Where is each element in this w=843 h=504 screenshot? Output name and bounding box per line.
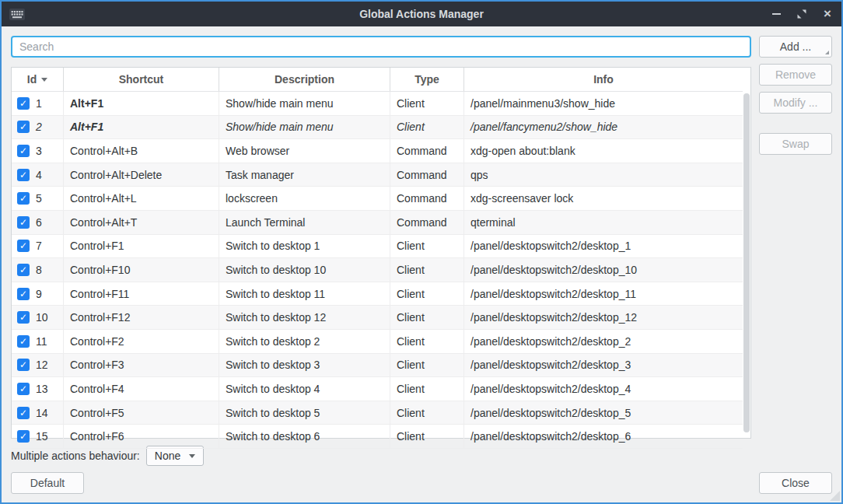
cell-description: Switch to desktop 3 <box>219 354 390 377</box>
row-id: 5 <box>36 192 42 205</box>
table-row[interactable]: ✓4Control+Alt+DeleteTask managerCommandq… <box>12 163 743 187</box>
row-checkbox[interactable]: ✓ <box>17 311 30 324</box>
table-row[interactable]: ✓8Control+F10Switch to desktop 10Client/… <box>12 258 743 282</box>
row-checkbox[interactable]: ✓ <box>17 240 30 252</box>
column-header-shortcut[interactable]: Shortcut <box>64 68 219 91</box>
global-actions-manager-window: { "window": { "title": "Global Actions M… <box>0 0 843 504</box>
close-button[interactable]: Close <box>759 472 832 494</box>
remove-button[interactable]: Remove <box>759 64 832 86</box>
row-checkbox[interactable]: ✓ <box>17 97 30 110</box>
column-header-id[interactable]: Id <box>12 68 64 91</box>
cell-type: Client <box>390 377 464 401</box>
cell-type: Client <box>390 401 464 425</box>
row-id: 11 <box>36 335 47 348</box>
row-checkbox[interactable]: ✓ <box>17 383 30 395</box>
maximize-button[interactable] <box>796 8 808 20</box>
cell-shortcut: Control+Alt+Delete <box>64 163 219 187</box>
table-row[interactable]: ✓1Alt+F1Show/hide main menuClient/panel/… <box>12 92 743 116</box>
row-checkbox[interactable]: ✓ <box>17 264 30 276</box>
row-checkbox[interactable]: ✓ <box>17 145 30 157</box>
cell-shortcut: Control+F3 <box>64 354 219 377</box>
row-id: 14 <box>36 407 48 419</box>
row-id: 7 <box>36 240 42 252</box>
cell-info: /panel/desktopswitch2/desktop_1 <box>464 235 743 258</box>
row-checkbox[interactable]: ✓ <box>17 335 30 348</box>
add-button[interactable]: Add ... <box>759 36 832 58</box>
table-row[interactable]: ✓9Control+F11Switch to desktop 11Client/… <box>12 282 743 306</box>
row-checkbox[interactable]: ✓ <box>17 288 30 300</box>
row-id: 2 <box>36 121 42 133</box>
add-button-label: Add ... <box>780 40 811 53</box>
minimize-button[interactable] <box>770 8 782 20</box>
table-row[interactable]: ✓13Control+F4Switch to desktop 4Client/p… <box>12 377 743 401</box>
cell-shortcut: Control+F5 <box>64 401 219 425</box>
row-id: 3 <box>36 145 42 157</box>
cell-shortcut: Control+F2 <box>64 330 219 353</box>
row-checkbox[interactable]: ✓ <box>17 407 30 419</box>
table-row[interactable]: ✓7Control+F1Switch to desktop 1Client/pa… <box>12 235 743 259</box>
column-header-info[interactable]: Info <box>464 68 743 91</box>
row-checkbox[interactable]: ✓ <box>17 169 30 181</box>
behaviour-label: Multiple actions behaviour: <box>11 450 140 462</box>
table-row[interactable]: ✓10Control+F12Switch to desktop 12Client… <box>12 306 743 330</box>
cell-id: ✓3 <box>12 139 64 163</box>
cell-type: Client <box>390 258 464 282</box>
cell-info: /panel/desktopswitch2/desktop_6 <box>464 425 743 448</box>
modify-button[interactable]: Modify ... <box>759 92 832 114</box>
cell-info: xdg-open about:blank <box>464 139 743 163</box>
window-controls: × <box>770 8 834 20</box>
table-row[interactable]: ✓5Control+Alt+LlockscreenCommandxdg-scre… <box>12 187 743 211</box>
cell-description: lockscreen <box>219 187 390 210</box>
cell-description: Switch to desktop 4 <box>219 377 390 401</box>
cell-id: ✓4 <box>12 163 64 187</box>
cell-shortcut: Alt+F1 <box>64 116 219 139</box>
row-id: 4 <box>36 169 42 181</box>
row-checkbox[interactable]: ✓ <box>17 216 30 229</box>
table-row[interactable]: ✓12Control+F3Switch to desktop 3Client/p… <box>12 354 743 378</box>
close-button-titlebar[interactable]: × <box>821 8 834 20</box>
table-row[interactable]: ✓14Control+F5Switch to desktop 5Client/p… <box>12 401 743 425</box>
row-id: 1 <box>36 97 42 110</box>
resize-grip[interactable] <box>830 491 840 501</box>
table-row[interactable]: ✓3Control+Alt+BWeb browserCommandxdg-ope… <box>12 139 743 163</box>
cell-type: Command <box>390 211 464 234</box>
titlebar[interactable]: Global Actions Manager × <box>2 2 841 26</box>
cell-shortcut: Control+F6 <box>64 425 219 448</box>
table-row[interactable]: ✓6Control+Alt+TLaunch TerminalCommandqte… <box>12 211 743 235</box>
column-header-type[interactable]: Type <box>390 68 464 91</box>
default-button[interactable]: Default <box>11 472 84 494</box>
swap-button[interactable]: Swap <box>759 133 832 155</box>
cell-description: Launch Terminal <box>219 211 390 234</box>
row-checkbox[interactable]: ✓ <box>17 121 30 133</box>
cell-shortcut: Control+F1 <box>64 235 219 258</box>
row-checkbox[interactable]: ✓ <box>17 359 30 371</box>
cell-info: /panel/desktopswitch2/desktop_12 <box>464 306 743 329</box>
cell-shortcut: Control+F12 <box>64 306 219 329</box>
cell-type: Client <box>390 425 464 448</box>
row-checkbox[interactable]: ✓ <box>17 430 30 443</box>
search-input[interactable] <box>11 36 751 58</box>
row-id: 9 <box>36 288 42 300</box>
cell-info: qterminal <box>464 211 743 234</box>
cell-id: ✓8 <box>12 258 64 282</box>
row-checkbox[interactable]: ✓ <box>17 192 30 205</box>
cell-description: Switch to desktop 11 <box>219 282 390 306</box>
cell-shortcut: Control+F10 <box>64 258 219 282</box>
cell-info: /panel/desktopswitch2/desktop_10 <box>464 258 743 282</box>
cell-id: ✓15 <box>12 425 64 448</box>
window-title: Global Actions Manager <box>2 8 841 20</box>
vertical-scrollbar[interactable] <box>743 93 750 432</box>
cell-type: Client <box>390 235 464 258</box>
cell-type: Client <box>390 92 464 115</box>
action-buttons: Add ... Remove Modify ... Swap <box>759 36 832 466</box>
row-id: 8 <box>36 264 42 276</box>
cell-type: Client <box>390 354 464 377</box>
table-header: Id Shortcut Description Type Info <box>12 68 743 92</box>
behaviour-selected-value: None <box>155 450 180 462</box>
table-row[interactable]: ✓11Control+F2Switch to desktop 2Client/p… <box>12 330 743 354</box>
column-header-description[interactable]: Description <box>219 68 390 91</box>
table-row[interactable]: ✓2Alt+F1Show/hide main menuClient/panel/… <box>12 116 743 140</box>
cell-info: /panel/fancymenu2/show_hide <box>464 116 743 139</box>
cell-info: /panel/desktopswitch2/desktop_4 <box>464 377 743 401</box>
table-row[interactable]: ✓15Control+F6Switch to desktop 6Client/p… <box>12 425 743 449</box>
